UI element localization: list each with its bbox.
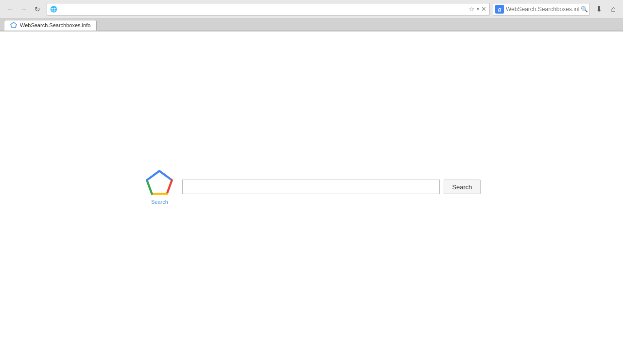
url-input[interactable]: websearch.searchboxes.info/?r=2013/07/22: [59, 6, 467, 13]
browser-search-box[interactable]: g 🔍: [493, 3, 590, 16]
browser-toolbar: ← → ↻ 🌐 websearch.searchboxes.info/?r=20…: [0, 0, 623, 18]
svg-line-1: [159, 171, 172, 180]
tab-bar: WebSearch.Searchboxes.info: [0, 18, 623, 31]
tab-label: WebSearch.Searchboxes.info: [20, 22, 90, 28]
close-icon[interactable]: ✕: [481, 5, 486, 13]
active-tab[interactable]: WebSearch.Searchboxes.info: [4, 20, 97, 31]
forward-button[interactable]: →: [17, 3, 30, 16]
reload-button[interactable]: ↻: [31, 3, 44, 16]
svg-line-5: [147, 171, 160, 180]
main-search-button[interactable]: Search: [444, 180, 480, 194]
browser-search-icon[interactable]: 🔍: [581, 6, 588, 13]
page-icon: 🌐: [50, 6, 57, 13]
address-bar[interactable]: 🌐 websearch.searchboxes.info/?r=2013/07/…: [47, 3, 490, 16]
svg-line-4: [147, 180, 152, 194]
pentagon-logo: [145, 169, 174, 198]
search-center: Search Search: [142, 169, 480, 205]
browser-search-input[interactable]: [506, 6, 579, 13]
google-icon: g: [495, 5, 504, 14]
browser-chrome: ← → ↻ 🌐 websearch.searchboxes.info/?r=20…: [0, 0, 623, 32]
svg-marker-0: [11, 22, 17, 28]
address-icons: ☆ ▾ ✕: [469, 5, 486, 13]
download-button[interactable]: ⬇: [593, 3, 605, 15]
bookmark-star-icon[interactable]: ☆: [469, 5, 475, 13]
back-button[interactable]: ←: [4, 3, 17, 16]
search-field-wrapper: Search: [182, 180, 480, 194]
nav-buttons: ← → ↻: [4, 3, 44, 16]
main-search-input[interactable]: [182, 180, 440, 194]
logo-text: Search: [151, 199, 168, 205]
logo-container: Search: [142, 169, 176, 205]
tab-favicon: [10, 22, 17, 29]
dropdown-icon[interactable]: ▾: [477, 6, 479, 12]
home-button[interactable]: ⌂: [607, 3, 619, 15]
svg-line-2: [167, 180, 172, 194]
page-content: Search Search: [0, 32, 623, 364]
